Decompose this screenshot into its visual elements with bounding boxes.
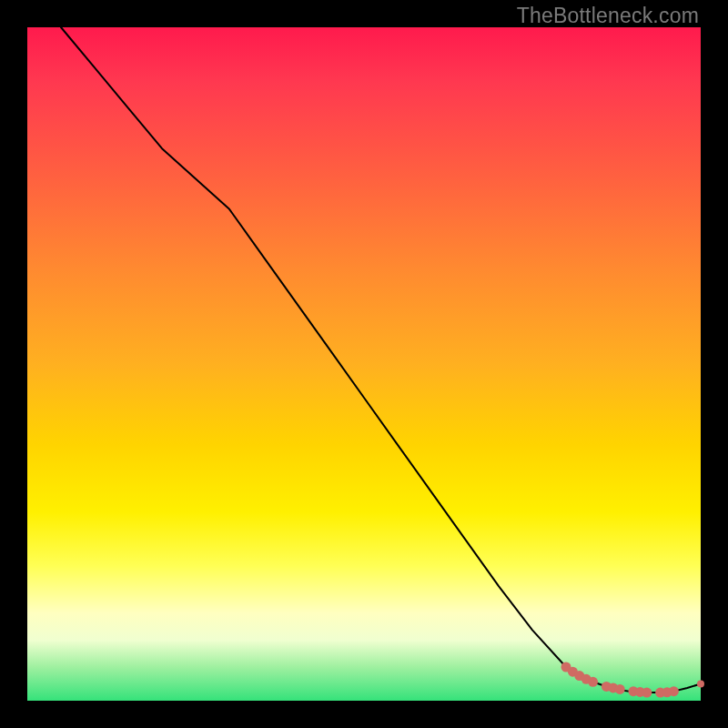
highlight-dots [561, 662, 705, 698]
chart-overlay [27, 27, 701, 701]
highlight-dot [588, 677, 598, 687]
highlight-dot [615, 684, 625, 694]
highlight-dot [669, 686, 679, 696]
highlight-dot [642, 688, 652, 698]
watermark-text: TheBottleneck.com [517, 4, 699, 28]
chart-frame: TheBottleneck.com [0, 0, 728, 728]
chart-line [61, 27, 701, 693]
highlight-dot [697, 681, 704, 688]
